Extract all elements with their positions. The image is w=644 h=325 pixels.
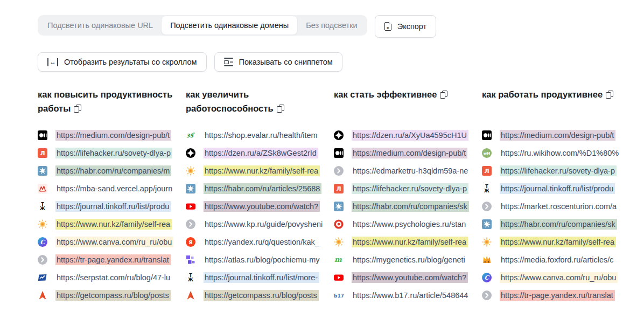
arrow-favicon-icon <box>186 219 195 229</box>
result-row: mhttps://mygenetics.ru/blog/geneti <box>334 251 472 268</box>
result-row: https://www.nur.kz/family/self-rea <box>482 233 634 251</box>
copy-icon[interactable] <box>440 91 447 99</box>
result-row: https://media.foxford.ru/articles/c <box>482 251 634 268</box>
mba-favicon-icon <box>38 184 47 193</box>
svg-text:Ж: Ж <box>188 278 193 282</box>
query-column: как стать эффективнееhttps://dzen.ru/a/X… <box>334 87 472 304</box>
toggle-snippet-button[interactable]: Показывать со сниппетом <box>214 52 342 72</box>
result-url-link[interactable]: https://dzen.ru/a/XyUa4595cH1U <box>352 130 468 141</box>
result-url-link[interactable]: https://serpstat.com/ru/blog/47-lu <box>55 272 172 283</box>
result-url-link[interactable]: https://journal.tinkoff.ru/list/produ <box>55 201 171 212</box>
query-title: как работать продуктивнее <box>482 87 634 126</box>
result-row: https://habr.com/ru/companies/sk <box>334 197 472 215</box>
result-url-link[interactable]: https://habr.com/ru/companies/sk <box>352 201 469 212</box>
result-url-link[interactable]: https://edmarketru-h3qldm59a-ne <box>352 165 470 176</box>
result-url-link[interactable]: https://media.foxford.ru/articles/c <box>500 254 615 265</box>
result-url-link[interactable]: https://lifehacker.ru/sovety-dlya-p <box>500 165 617 176</box>
result-row: https://dzen.ru/a/XyUa4595cH1U <box>334 126 472 144</box>
query-title-text: как увеличить работоспособность <box>186 89 274 113</box>
result-row: https://atlas.ru/blog/pochiemu-my <box>186 251 324 268</box>
result-row: b17https://www.b17.ru/article/548644 <box>334 286 472 304</box>
result-url-link[interactable]: https://habr.com/ru/articles/25688 <box>204 183 321 194</box>
result-url-link[interactable]: https://habr.com/ru/companies/sk <box>500 219 617 230</box>
compass-favicon-icon <box>186 291 195 300</box>
result-url-link[interactable]: https://getcompass.ru/blog/posts <box>204 290 319 301</box>
result-url-link[interactable]: https://habr.com/ru/companies/m <box>55 165 171 176</box>
result-url-link[interactable]: https://dzen.ru/a/ZSk8wGest2rId <box>204 148 318 158</box>
toggle-scroll-results-button[interactable]: Отобразить результаты со скроллом <box>38 52 207 72</box>
result-row: https://www.youtube.com/watch? <box>186 197 324 215</box>
medium-favicon-icon <box>38 130 47 140</box>
svg-text:Я: Я <box>188 239 192 245</box>
svg-text:b17: b17 <box>334 293 344 299</box>
result-url-link[interactable]: https://mygenetics.ru/blog/geneti <box>352 254 467 265</box>
result-url-link[interactable]: https://atlas.ru/blog/pochiemu-my <box>204 254 321 265</box>
svg-text:Л: Л <box>484 168 489 175</box>
result-url-link[interactable]: https://journal.tinkoff.ru/list/produ <box>500 183 615 194</box>
result-url-link[interactable]: https://ru.wikihow.com/%D1%80% <box>500 148 620 158</box>
query-column: как повысить продуктивность работыhttps:… <box>38 87 176 304</box>
result-url-link[interactable]: https://www.b17.ru/article/548644 <box>352 290 470 301</box>
result-url-link[interactable]: https://mba-sand.vercel.app/journ <box>55 183 174 194</box>
lifehacker-favicon-icon: Л <box>38 148 47 158</box>
result-url-link[interactable]: https://tr-page.yandex.ru/translat <box>500 290 615 301</box>
result-row: ТЖhttps://journal.tinkoff.ru/list/produ <box>38 197 176 215</box>
lifehacker-favicon-icon: Л <box>482 166 492 176</box>
result-url-link[interactable]: https://medium.com/design-pub/t <box>500 130 615 141</box>
tab-highlight-same-url[interactable]: Подсветить одинаковые URL <box>39 16 162 34</box>
copy-icon[interactable] <box>277 105 284 113</box>
snippet-icon <box>224 58 233 66</box>
result-url-link[interactable]: https://www.youtube.com/watch? <box>352 272 468 283</box>
result-row: Chttps://www.canva.com/ru_ru/obu <box>482 268 634 286</box>
result-row: Chttps://www.canva.com/ru_ru/obu <box>38 233 176 251</box>
youtube-favicon-icon <box>334 273 344 282</box>
nur-favicon-icon <box>38 219 47 229</box>
result-url-link[interactable]: https://www.canva.com/ru_ru/obu <box>55 237 173 247</box>
evalar-favicon-icon: 35 <box>186 130 195 140</box>
result-url-link[interactable]: https://shop.evalar.ru/health/item <box>204 130 319 141</box>
result-url-link[interactable]: https://www.nur.kz/family/self-rea <box>352 237 468 247</box>
result-row: https://serpstat.com/ru/blog/47-lu <box>38 268 176 286</box>
result-url-link[interactable]: https://www.canva.com/ru_ru/obu <box>500 272 618 283</box>
result-url-link[interactable]: https://market.roscenturion.com/a <box>500 201 618 212</box>
result-url-link[interactable]: https://www.psychologies.ru/stan <box>352 219 467 230</box>
result-url-link[interactable]: https://www.nur.kz/family/self-rea <box>500 237 616 247</box>
result-url-link[interactable]: https://www.youtube.com/watch? <box>204 201 320 212</box>
result-row: https://www.psychologies.ru/stan <box>334 215 472 233</box>
svg-text:Л: Л <box>40 150 45 157</box>
result-url-link[interactable]: https://getcompass.ru/blog/posts <box>55 290 171 301</box>
result-url-link[interactable]: https://www.nur.kz/family/self-rea <box>55 219 172 230</box>
svg-text:wH: wH <box>484 151 490 156</box>
horizontal-scroll-icon <box>47 58 58 66</box>
result-url-link[interactable]: https://lifehacker.ru/sovety-dlya-p <box>55 148 172 158</box>
psychologies-favicon-icon <box>334 219 344 229</box>
result-row: https://getcompass.ru/blog/posts <box>186 286 324 304</box>
result-url-link[interactable]: https://tr-page.yandex.ru/translat <box>55 254 171 265</box>
copy-icon[interactable] <box>606 91 613 99</box>
result-url-link[interactable]: https://www.kp.ru/guide/povysheni <box>204 219 324 230</box>
medium-favicon-icon <box>334 148 344 158</box>
export-button[interactable]: x Экспорт <box>375 15 436 38</box>
yandexq-favicon-icon: Я <box>186 237 195 247</box>
result-url-link[interactable]: https://www.nur.kz/family/self-rea <box>204 165 320 176</box>
result-url-link[interactable]: https://medium.com/design-pub/t <box>55 130 171 141</box>
habr-favicon-icon <box>482 219 492 229</box>
habr-favicon-icon <box>334 202 344 211</box>
arrow-favicon-icon <box>334 166 344 176</box>
tab-no-highlight[interactable]: Без подсветки <box>297 16 366 34</box>
result-url-link[interactable]: https://journal.tinkoff.ru/list/more- <box>204 272 319 283</box>
result-row: https://www.nur.kz/family/self-rea <box>334 233 472 251</box>
result-row: https://www.kp.ru/guide/povysheni <box>186 215 324 233</box>
lifehacker-favicon-icon: Л <box>334 184 344 193</box>
result-row: https://getcompass.ru/blog/posts <box>38 286 176 304</box>
result-url-link[interactable]: https://medium.com/design-pub/t <box>352 148 467 158</box>
mygenetics-favicon-icon: m <box>334 255 344 265</box>
svg-text:C: C <box>40 239 46 246</box>
result-url-link[interactable]: https://lifehacker.ru/sovety-dlya-p <box>352 183 468 194</box>
result-url-link[interactable]: https://yandex.ru/q/question/kak_ <box>204 237 321 247</box>
serp-compare-page: Подсветить одинаковые URL Подсветить оди… <box>0 0 644 325</box>
copy-icon[interactable] <box>74 105 81 113</box>
tab-highlight-same-domains[interactable]: Подсветить одинаковые домены <box>162 16 297 34</box>
tinkoff-favicon-icon: ТЖ <box>482 184 492 193</box>
result-row: https://habr.com/ru/companies/m <box>38 162 176 179</box>
